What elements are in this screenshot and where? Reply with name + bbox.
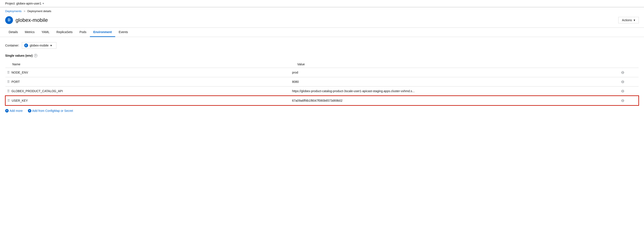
page-header: D globex-mobile Actions ▾	[0, 14, 644, 28]
tab-metrics[interactable]: Metrics	[22, 28, 38, 37]
page-header-left: D globex-mobile	[5, 16, 48, 24]
actions-chevron-icon: ▾	[634, 18, 635, 22]
section-title: Single values (env) ?	[5, 54, 639, 57]
row-name-cell: ⠿ GLOBEX_PRODUCT_CATALOG_API	[6, 87, 290, 96]
container-name: globex-mobile	[30, 44, 48, 47]
row-name-cell: ⠿ NODE_ENV	[6, 68, 290, 77]
row-value-cell: 8080	[290, 77, 607, 87]
info-icon[interactable]: ?	[34, 54, 38, 57]
add-more-label: Add more	[10, 109, 23, 112]
remove-button[interactable]: ⊖	[609, 89, 637, 93]
add-more-icon: +	[5, 109, 9, 112]
page-title: globex-mobile	[16, 17, 48, 23]
add-more-link[interactable]: + Add more	[5, 109, 23, 112]
row-value-cell: 67a09a6ff4b1f8047f080b6573d69b02	[290, 96, 607, 105]
env-value: https://globex-product-catalog-product-3…	[292, 89, 415, 93]
breadcrumb-separator: >	[24, 10, 26, 13]
drag-handle-icon[interactable]: ⠿	[7, 99, 12, 103]
row-value-cell: https://globex-product-catalog-product-3…	[290, 87, 607, 96]
tab-pods[interactable]: Pods	[76, 28, 90, 37]
col-header-name: Name	[6, 61, 290, 68]
actions-button[interactable]: Actions ▾	[618, 17, 639, 23]
project-chevron-icon[interactable]: ▾	[42, 2, 44, 5]
row-remove-cell: ⊖	[607, 77, 639, 87]
top-bar: Project: globex-apim-user1 ▾	[0, 0, 644, 7]
table-row: ⠿ PORT 8080 ⊖	[6, 77, 638, 87]
env-table: Name Value ⠿ NODE_ENV prod ⊖ ⠿	[5, 61, 639, 106]
container-icon: C	[24, 44, 28, 47]
drag-handle-icon[interactable]: ⠿	[7, 89, 12, 93]
env-name: USER_KEY	[12, 99, 28, 102]
tab-events[interactable]: Events	[115, 28, 132, 37]
env-name: NODE_ENV	[12, 71, 28, 74]
row-name-cell: ⠿ PORT	[6, 77, 290, 87]
row-remove-cell: ⊖	[607, 87, 639, 96]
env-name: GLOBEX_PRODUCT_CATALOG_API	[12, 89, 63, 93]
container-row: Container: C globex-mobile ▾	[5, 42, 639, 49]
container-label: Container:	[5, 44, 19, 47]
actions-label: Actions	[622, 18, 632, 22]
remove-button[interactable]: ⊖	[609, 79, 637, 84]
row-value-cell: prod	[290, 68, 607, 77]
breadcrumb-parent-link[interactable]: Deployments	[5, 10, 22, 13]
deployment-icon: D	[5, 16, 13, 24]
tab-yaml[interactable]: YAML	[38, 28, 53, 37]
col-header-value: Value	[290, 61, 607, 68]
tab-environment[interactable]: Environment	[90, 28, 116, 37]
add-from-config-link[interactable]: + Add from ConfigMap or Secret	[28, 109, 73, 112]
tab-details[interactable]: Details	[5, 28, 22, 37]
drag-handle-icon[interactable]: ⠿	[7, 80, 12, 84]
tabs-bar: Details Metrics YAML ReplicaSets Pods En…	[0, 28, 644, 37]
row-remove-cell: ⊖	[607, 68, 639, 77]
row-name-cell: ⠿ USER_KEY	[6, 96, 290, 105]
add-from-config-label: Add from ConfigMap or Secret	[32, 109, 73, 112]
table-row: ⠿ GLOBEX_PRODUCT_CATALOG_API https://glo…	[6, 87, 638, 96]
breadcrumb-current: Deployment details	[28, 10, 52, 13]
remove-button[interactable]: ⊖	[609, 98, 637, 103]
add-from-config-icon: +	[28, 109, 31, 112]
remove-button[interactable]: ⊖	[609, 70, 637, 75]
env-value: prod	[292, 71, 298, 74]
breadcrumb: Deployments > Deployment details	[0, 7, 644, 14]
section-title-text: Single values (env)	[5, 54, 33, 57]
project-title: Project: globex-apim-user1	[5, 2, 41, 5]
env-value: 8080	[292, 80, 299, 84]
drag-handle-icon[interactable]: ⠿	[7, 71, 12, 75]
table-row: ⠿ NODE_ENV prod ⊖	[6, 68, 638, 77]
add-links: + Add more + Add from ConfigMap or Secre…	[5, 109, 639, 112]
col-header-actions	[607, 61, 639, 68]
env-value: 67a09a6ff4b1f8047f080b6573d69b02	[292, 99, 342, 102]
container-dropdown[interactable]: C globex-mobile ▾	[22, 42, 56, 49]
tab-replicasets[interactable]: ReplicaSets	[53, 28, 76, 37]
row-remove-cell: ⊖	[607, 96, 639, 105]
content-area: Container: C globex-mobile ▾ Single valu…	[0, 37, 644, 118]
env-name: PORT	[12, 80, 20, 84]
container-chevron-icon: ▾	[50, 44, 52, 47]
table-row: ⠿ USER_KEY 67a09a6ff4b1f8047f080b6573d69…	[6, 96, 638, 105]
